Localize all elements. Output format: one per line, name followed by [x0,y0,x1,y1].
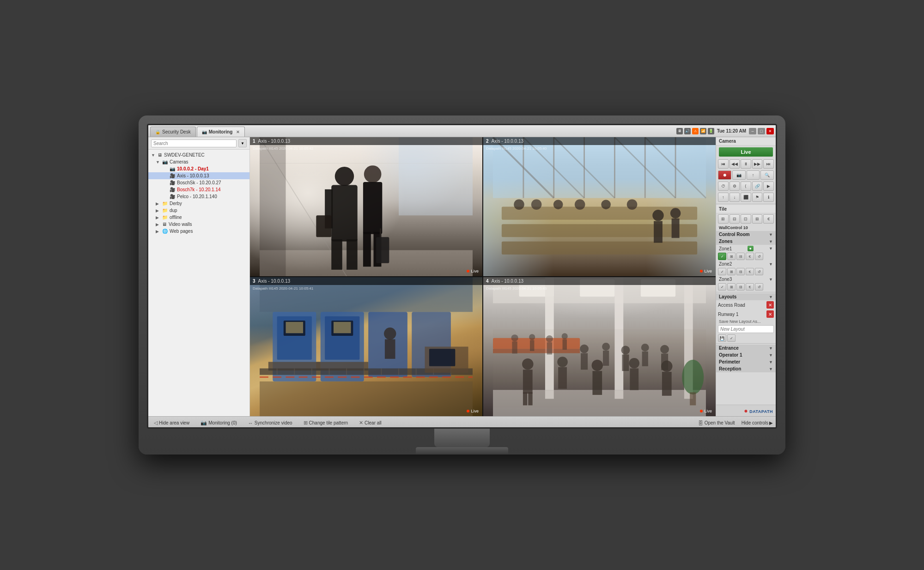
close-button[interactable]: ✕ [766,128,774,134]
rp-z2-btn3[interactable]: ⊟ [736,268,745,275]
rp-z3-btn1[interactable]: ✓ [718,283,726,291]
rp-zoom-btn[interactable]: 🔍 [760,170,774,180]
rp-fwd-btn[interactable]: ▶▶ [752,159,763,169]
rp-playback-row: ⏮ ◀◀ ⏸ ▶▶ ⏭ [716,158,776,170]
hide-area-button[interactable]: ◁ Hide area view [151,419,192,427]
rp-nav1-btn[interactable]: ↑ [718,193,729,202]
rp-layouts-section[interactable]: Layouts ▼ [716,293,776,300]
rp-z1-btn1[interactable]: ✓ [718,253,726,260]
rp-nav3-btn[interactable]: ⬛ [741,193,751,202]
tree-view: ▼ 🖥 SWDEV-GENETEC ▼ 📷 Cameras 📷 10 [148,150,249,416]
rp-skip-fwd-btn[interactable]: ⏭ [763,159,774,169]
rp-z3-btn5[interactable]: ↺ [755,283,763,291]
rp-save-layout-btn[interactable]: 💾 [718,334,726,342]
rp-new-layout-input[interactable] [718,325,774,333]
rp-zone3-label: Zone3 [719,277,732,282]
rp-z1-btn3[interactable]: ⊟ [736,253,745,260]
rp-divider-3 [716,343,776,344]
maximize-button[interactable]: □ [758,128,765,134]
rp-nav4-btn[interactable]: ⚑ [752,193,763,202]
rp-save-layout-btns: 💾 ✓ [716,334,776,342]
web-pages-icon: 🌐 [162,229,168,234]
rp-z2-btn2[interactable]: ⊞ [727,268,736,275]
rp-tile4-btn[interactable]: ⊞ [752,214,763,224]
rp-back-btn[interactable]: ◀◀ [729,159,740,169]
rp-layout2-delete[interactable]: ✕ [766,310,774,318]
rp-layout-apply-btn[interactable]: ✓ [727,334,736,342]
clear-all-button[interactable]: ✕ Clear all [356,419,384,427]
camera-grid: 1 Axis - 10.0.0.13 Datapath III145 2020-… [250,137,716,416]
rp-z1-btn2[interactable]: ⊞ [727,253,736,260]
hide-area-icon: ◁ [154,420,158,426]
tree-item-offline[interactable]: ▶ 📁 offline [148,214,249,221]
rp-control-room-section[interactable]: Control Room ▼ [716,231,776,238]
rp-nav2-btn[interactable]: ↓ [729,193,740,202]
tab-monitoring[interactable]: 📷 Monitoring ✕ [197,127,245,137]
rp-live-button[interactable]: Live [719,147,773,157]
rp-z2-btn1[interactable]: ✓ [718,268,726,275]
rp-nav5-btn[interactable]: ℹ [763,193,774,202]
rp-reception-section[interactable]: Reception ▼ [716,365,776,372]
rp-tile3-btn[interactable]: ⊡ [741,214,751,224]
tree-item-root[interactable]: ▼ 🖥 SWDEV-GENETEC [148,152,249,158]
rp-zones-section[interactable]: Zones ▼ [716,238,776,245]
svg-rect-13 [363,232,371,267]
rp-ctrl1-btn[interactable]: ⏱ [718,182,729,191]
rp-pause-btn[interactable]: ⏸ [741,159,751,169]
tree-item-video-walls[interactable]: ▶ 🖥 Video walls [148,221,249,228]
rp-ctrl5-btn[interactable]: ▶ [763,182,774,191]
tree-item-bosch7k[interactable]: 🎥 Bosch7k - 10.20.1.14 [148,186,249,193]
rp-rec-btn[interactable]: ⏺ [718,170,731,180]
rp-z3-btn4[interactable]: € [746,283,754,291]
tree-item-derby[interactable]: ▶ 📁 Derby [148,200,249,207]
hide-controls-button[interactable]: Hide controls ▶ [742,420,773,425]
tree-item-boschsk[interactable]: 🎥 BoschSk - 10.20.0.27 [148,179,249,186]
rp-z3-btn3[interactable]: ⊟ [736,283,745,291]
change-tile-button[interactable]: ⊞ Change tile pattern [301,419,351,427]
rp-operator-section[interactable]: Operator 1 ▼ [716,352,776,358]
minimize-button[interactable]: – [749,128,756,134]
camera-tile-3[interactable]: 3 Axis - 10.0.0.13 Datapath III145 2020-… [250,277,482,416]
open-vault-button[interactable]: 🗄 Open the Vault [695,419,738,427]
tab-close-icon[interactable]: ✕ [236,130,240,134]
rp-export-btn[interactable]: ↑ [747,170,760,180]
monitoring-button[interactable]: 📷 Monitoring (0) [198,419,240,427]
tab-security-desk[interactable]: 🔒 Security Desk [150,127,196,137]
cam1-timestamp: Datapath III145 2020-04-21 10:05:42 [253,146,313,151]
rp-layout1-delete[interactable]: ✕ [766,301,774,309]
rp-ctrl4-btn[interactable]: 🔗 [752,182,763,191]
tree-item-dup[interactable]: ▶ 📁 dup [148,207,249,214]
rp-tile2-btn[interactable]: ⊟ [729,214,740,224]
camera-tile-4[interactable]: 4 Axis - 10.0.0.13 Datapath III145 2020-… [483,277,716,416]
tree-item-web-pages[interactable]: ▶ 🌐 Web pages [148,228,249,235]
rp-z3-btn2[interactable]: ⊞ [727,283,736,291]
svg-point-40 [670,208,681,218]
rp-snap-btn[interactable]: 📷 [732,170,746,180]
rp-ctrl2-btn[interactable]: ⚙ [729,182,740,191]
monitor-base [416,447,508,455]
tree-item-axis[interactable]: 🎥 Axis - 10.0.0.13 [148,172,249,179]
rp-tile5-btn[interactable]: € [763,214,774,224]
tree-item-cameras[interactable]: ▼ 📷 Cameras [148,158,249,165]
camera-tile-2[interactable]: 2 Axis - 10.0.0.13 Datapath III145 2020-… [483,137,716,276]
cam3-name: Axis - 10.0.0.13 [258,279,290,284]
rp-entrance-section[interactable]: Entrance ▼ [716,345,776,352]
camera-tile-1[interactable]: 1 Axis - 10.0.0.13 Datapath III145 2020-… [250,137,482,276]
tree-item-cam1[interactable]: 📷 10.0.0.2 - Day1 [148,165,249,172]
rp-z1-btn4[interactable]: € [746,253,754,260]
svg-rect-31 [502,242,697,255]
sync-video-button[interactable]: ↔ Synchronize video [245,419,295,427]
offline-expand: ▶ [156,215,160,220]
tree-item-pelco[interactable]: 🎥 Pelco - 10.20.1.140 [148,193,249,200]
rp-skip-back-btn[interactable]: ⏮ [718,159,729,169]
rp-tile1-btn[interactable]: ⊞ [718,214,729,224]
rp-z2-btn5[interactable]: ↺ [755,268,763,275]
rp-ctrl3-btn[interactable]: ⟨ [741,182,751,191]
search-input[interactable] [151,139,237,147]
rp-perimeter-section[interactable]: Perimeter ▼ [716,358,776,365]
rp-zone1-arrow: ▼ [769,246,773,251]
rp-z2-btn4[interactable]: € [746,268,754,275]
rp-z1-btn5[interactable]: ↺ [755,253,763,260]
svg-rect-6 [331,185,357,241]
search-filter-button[interactable]: ▼ [238,139,247,147]
